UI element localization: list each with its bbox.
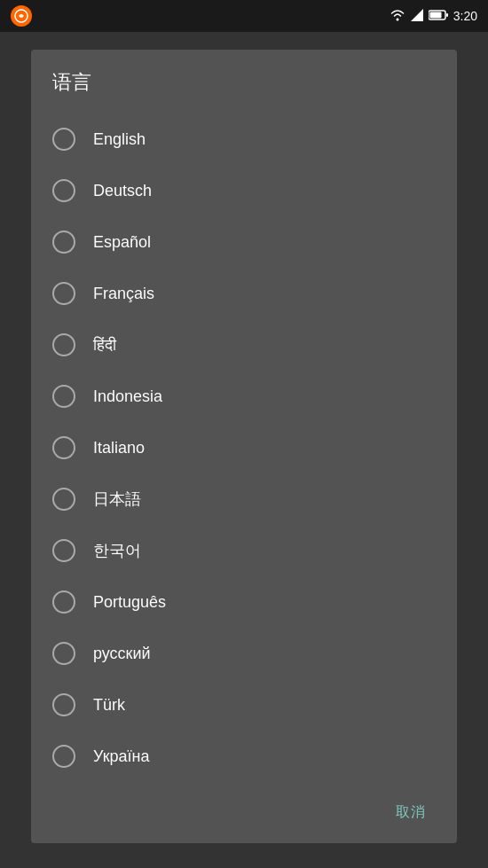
list-item[interactable]: Español [31,216,457,268]
radio-button-hindi[interactable] [52,333,75,356]
radio-button-korean[interactable] [52,539,75,562]
app-icon [11,5,32,27]
language-label-espanol: Español [93,233,151,252]
language-label-francais: Français [93,285,154,303]
signal-icon [411,9,423,24]
list-item[interactable]: Italiano [31,422,457,473]
list-item[interactable]: Português [31,576,457,628]
dialog-overlay: 语言 EnglishDeutschEspañolFrançaisहिंदीInd… [0,32,488,868]
dialog-footer: 取消 [31,786,457,843]
status-bar-right: 3:20 [390,9,477,24]
cancel-button[interactable]: 取消 [385,796,436,829]
language-label-deutsch: Deutsch [93,182,152,200]
language-label-english: English [93,130,146,149]
battery-icon [429,9,448,23]
list-item[interactable]: Indonesia [31,371,457,422]
svg-rect-3 [429,12,441,19]
dialog-title: 语言 [31,50,457,110]
language-list[interactable]: EnglishDeutschEspañolFrançaisहिंदीIndone… [31,110,457,786]
wifi-icon [390,9,405,24]
list-item[interactable]: Français [31,268,457,319]
list-item[interactable]: Deutsch [31,165,457,216]
language-label-portuguese: Português [93,593,166,612]
svg-rect-4 [446,13,448,17]
status-bar-left [11,5,32,27]
radio-button-english[interactable] [52,128,75,151]
language-label-russian: русский [93,645,151,663]
language-dialog: 语言 EnglishDeutschEspañolFrançaisहिंदीInd… [31,50,457,843]
language-label-indonesia: Indonesia [93,387,162,406]
list-item[interactable]: 日本語 [31,473,457,525]
language-label-ukraina: Украïна [93,747,149,766]
list-item[interactable]: Türk [31,679,457,731]
language-label-japanese: 日本語 [93,489,141,510]
list-item[interactable]: Украïна [31,731,457,782]
status-bar: 3:20 [0,0,488,32]
language-label-turk: Türk [93,696,125,715]
radio-button-portuguese[interactable] [52,590,75,614]
radio-button-italiano[interactable] [52,436,75,459]
radio-button-ukraina[interactable] [52,745,75,768]
language-label-hindi: हिंदी [93,336,116,355]
language-label-korean: 한국어 [93,540,141,561]
svg-marker-1 [411,9,423,21]
list-item[interactable]: हिंदी [31,319,457,371]
list-item[interactable]: 한국어 [31,525,457,576]
radio-button-russian[interactable] [52,642,75,665]
radio-button-francais[interactable] [52,282,75,305]
language-label-italiano: Italiano [93,439,145,457]
radio-button-deutsch[interactable] [52,179,75,202]
radio-button-japanese[interactable] [52,488,75,511]
radio-button-turk[interactable] [52,693,75,716]
radio-button-espanol[interactable] [52,231,75,254]
time-display: 3:20 [453,9,477,23]
list-item[interactable]: English [31,113,457,165]
list-item[interactable]: русский [31,628,457,679]
radio-button-indonesia[interactable] [52,385,75,408]
